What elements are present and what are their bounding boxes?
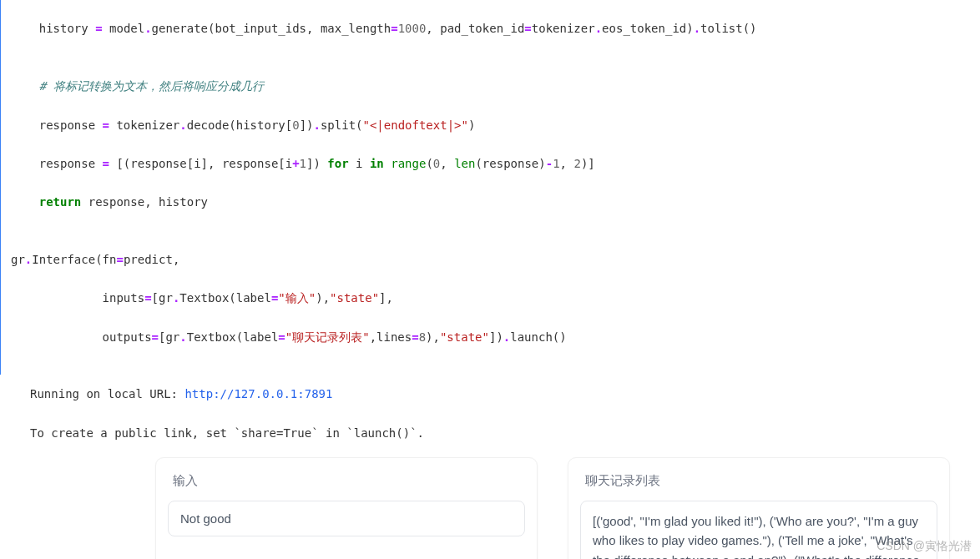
input-panel: 输入 Clear Submit: [155, 457, 538, 559]
input-textbox[interactable]: [168, 501, 525, 536]
gradio-app: 输入 Clear Submit 聊天记录列表 [('good', "I'm gl…: [0, 457, 980, 559]
local-url-link[interactable]: http://127.0.0.1:7891: [184, 387, 332, 400]
running-url-line: Running on local URL: http://127.0.0.1:7…: [30, 385, 950, 405]
code-cell: history = model.generate(bot_input_ids, …: [0, 0, 980, 375]
share-hint-line: To create a public link, set `share=True…: [30, 424, 950, 444]
output-label: 聊天记录列表: [580, 473, 937, 489]
watermark-text: CSDN @寅恪光潜: [876, 539, 972, 554]
cell-output: Running on local URL: http://127.0.0.1:7…: [0, 375, 980, 451]
output-text: [('good', "I'm glad you liked it!"), ('W…: [593, 514, 920, 559]
input-label: 输入: [168, 473, 525, 489]
